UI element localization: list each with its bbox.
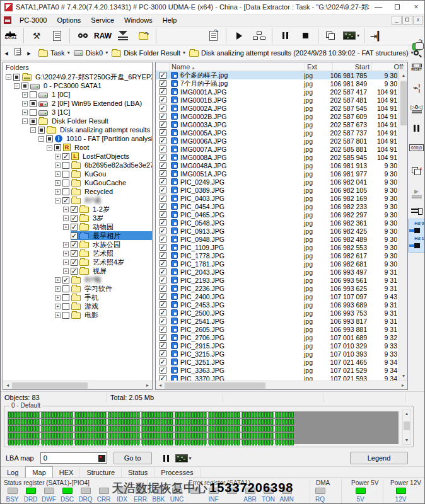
file-checkbox[interactable] xyxy=(160,268,166,275)
tree-checkbox[interactable] xyxy=(62,294,69,301)
table-row[interactable]: PIC_0389.JPGjpg106 982 1059 30 xyxy=(156,186,399,194)
table-row[interactable]: IMG0001A.JPGjpg202 587 417104 91 xyxy=(156,88,399,96)
forward-button[interactable]: ▸ xyxy=(23,47,35,59)
file-checkbox[interactable] xyxy=(160,277,166,284)
table-row[interactable]: PIC_3363.JPGjpg107 021 5299 34 xyxy=(156,366,399,374)
power-stage-button[interactable]: ⌁¦ xyxy=(409,77,425,98)
tree-checkbox[interactable] xyxy=(62,153,69,160)
file-checkbox[interactable] xyxy=(160,367,166,374)
lba-input[interactable]: 0 xyxy=(40,452,107,464)
column-start[interactable]: Start xyxy=(333,62,372,71)
table-row[interactable]: PIC_2453.JPGjpg106 993 6899 31 xyxy=(156,301,399,309)
mdi-restore-button[interactable] xyxy=(402,16,412,25)
expand-toggle[interactable]: + xyxy=(63,260,69,265)
scroll-right-icon[interactable]: ▸ xyxy=(143,382,152,388)
tree-checkbox[interactable] xyxy=(30,91,37,98)
expand-toggle[interactable]: − xyxy=(6,74,11,80)
scroll-left-icon[interactable]: ◂ xyxy=(156,382,165,388)
file-checkbox[interactable] xyxy=(160,195,166,202)
tree-item[interactable]: +3 [1C] xyxy=(3,108,152,117)
tree-item[interactable]: +学习软件 xyxy=(3,284,152,293)
tab-status[interactable]: Status xyxy=(122,467,154,478)
file-checkbox[interactable] xyxy=(160,260,166,267)
tree-checkbox[interactable] xyxy=(38,127,45,134)
table-row[interactable]: PIC_2043.JPGjpg106 993 4979 31 xyxy=(156,268,399,276)
change-drive-button[interactable] xyxy=(409,36,425,57)
tree-item[interactable]: +艺术照4岁 xyxy=(3,258,152,266)
sector-map-grid[interactable] xyxy=(8,411,399,444)
file-checkbox[interactable] xyxy=(160,121,166,128)
tree-item[interactable]: +水族公园 xyxy=(3,240,152,249)
file-checkbox[interactable] xyxy=(160,170,166,177)
tree-item[interactable]: +6b2695e82a3d5e3e27f2e08 xyxy=(3,161,152,169)
file-checkbox[interactable] xyxy=(160,80,166,87)
goto-button[interactable]: Go to xyxy=(114,452,152,464)
file-checkbox[interactable] xyxy=(160,129,166,136)
file-checkbox[interactable] xyxy=(160,105,166,112)
tree-item[interactable]: −刘*函 xyxy=(3,196,152,205)
scroll-down-icon[interactable]: ▾ xyxy=(399,372,408,381)
file-checkbox[interactable] xyxy=(160,375,166,381)
file-checkbox[interactable] xyxy=(160,113,166,120)
tree-checkbox[interactable] xyxy=(30,109,37,116)
copy-sectors-button[interactable] xyxy=(322,28,340,44)
table-row[interactable]: PIC_2915.JPGjpg107 010 3299 33 xyxy=(156,341,399,350)
scrollbar-thumb[interactable] xyxy=(12,382,88,389)
expand-toggle[interactable]: + xyxy=(55,277,61,283)
tree-checkbox[interactable] xyxy=(71,250,78,257)
stop-button[interactable] xyxy=(296,28,314,44)
tree-item[interactable]: +Recycled xyxy=(3,187,152,196)
tree-checkbox[interactable] xyxy=(30,100,37,107)
breadcrumb-item[interactable]: Disk analizing attempt results (2024/9/2… xyxy=(189,49,414,57)
maximize-button[interactable] xyxy=(388,1,407,14)
table-row[interactable]: PIC_2236.JPGjpg106 993 6259 31 xyxy=(156,284,399,292)
file-checkbox[interactable] xyxy=(160,162,166,169)
back-button[interactable]: ◂ xyxy=(1,47,12,59)
tree-checkbox[interactable] xyxy=(30,118,37,125)
table-row[interactable]: PIC_2400.JPGjpg107 107 0979 43 xyxy=(156,292,399,301)
expand-toggle[interactable]: + xyxy=(22,101,28,106)
file-checkbox[interactable] xyxy=(160,309,166,316)
expand-toggle[interactable]: + xyxy=(63,251,69,256)
table-row[interactable]: IMG0002B.JPGjpg202 587 609104 91 xyxy=(156,112,399,120)
menu-item-service[interactable]: Service xyxy=(86,14,119,26)
menu-item-help[interactable]: Help xyxy=(158,14,182,26)
table-row[interactable]: PIC_2500.JPGjpg106 993 7539 31 xyxy=(156,309,399,317)
hd1-button[interactable]: Hd 1 xyxy=(409,236,424,250)
mdi-minimize-button[interactable]: _ xyxy=(392,16,402,25)
column-ext[interactable]: Ext xyxy=(305,62,333,71)
file-checkbox[interactable] xyxy=(160,326,166,333)
tree-checkbox[interactable] xyxy=(71,206,78,213)
scrollbar-thumb[interactable] xyxy=(165,382,265,389)
head-switch-button[interactable] xyxy=(409,203,425,219)
map-pause-icon[interactable] xyxy=(163,455,169,462)
file-checkbox[interactable] xyxy=(160,350,166,357)
file-checkbox[interactable] xyxy=(160,186,166,193)
tree-item[interactable]: +1-2岁 xyxy=(3,205,152,214)
tree-checkbox[interactable] xyxy=(62,312,69,319)
sata1-port-button[interactable]: SATA1 xyxy=(2,28,20,44)
tree-checkbox[interactable] xyxy=(13,74,20,81)
scroll-down-icon[interactable]: ▾ xyxy=(403,437,410,444)
clear-sector-buffer-button[interactable]: ✗ xyxy=(409,158,425,181)
column-name[interactable]: Name ▴ xyxy=(170,62,305,71)
file-checkbox[interactable] xyxy=(160,219,166,226)
table-row[interactable]: IMG0005A.JPGjpg202 587 737104 91 xyxy=(156,129,399,137)
lba-value[interactable]: 0 xyxy=(41,454,98,462)
scrollbar-thumb[interactable] xyxy=(404,421,410,430)
files-vertical-scrollbar[interactable]: ▴ ▾ xyxy=(399,71,407,381)
file-checkbox[interactable] xyxy=(160,178,166,185)
table-row[interactable]: 7个月的子涵.jpgjpg106 981 8499 30 xyxy=(156,79,399,88)
tree-checkbox[interactable] xyxy=(62,277,69,284)
hd0-button[interactable]: Hd 0 xyxy=(409,221,424,235)
table-row[interactable]: PIC_0454.JPGjpg106 982 2339 30 xyxy=(156,202,399,210)
file-checkbox[interactable] xyxy=(160,358,166,365)
tab-processes[interactable]: Processes xyxy=(154,467,200,478)
tree-item[interactable]: −G:\2024\9.27-郑ST250G开盘_6RYEPXY1\ xyxy=(3,72,152,81)
search-raw-button[interactable] xyxy=(74,28,91,44)
file-checkbox[interactable] xyxy=(160,203,166,210)
table-row[interactable]: PIC_3251.JPGjpg107 021 4659 34 xyxy=(156,358,399,366)
expand-toggle[interactable]: + xyxy=(63,268,69,274)
tree-checkbox[interactable] xyxy=(71,241,78,248)
file-checkbox[interactable] xyxy=(160,236,166,243)
